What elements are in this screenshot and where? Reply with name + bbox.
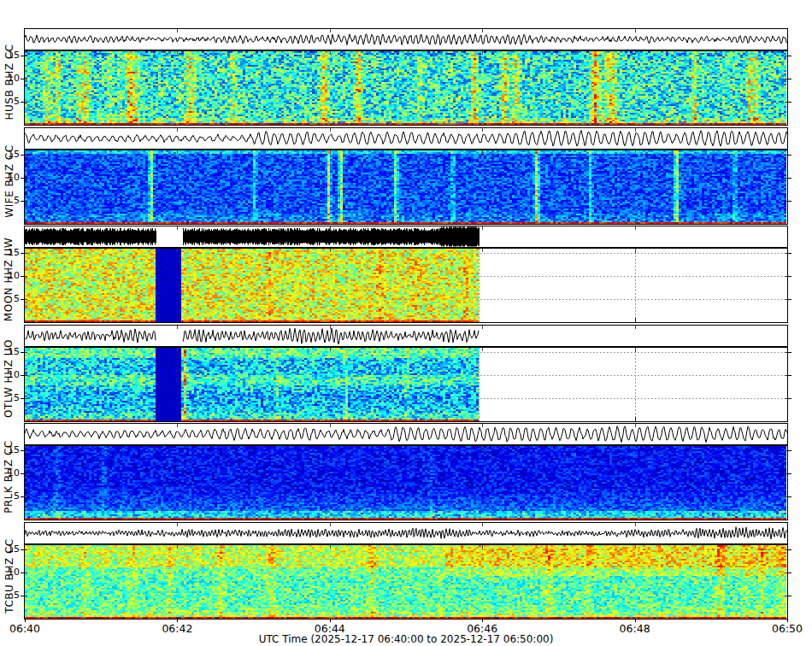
waveform-strip — [24, 423, 788, 445]
freq-tick-mark — [21, 79, 24, 79]
spectrogram-box — [24, 544, 788, 620]
freq-tick-label: 10 — [1, 172, 20, 183]
waveform-strip — [24, 226, 788, 248]
time-tick-label: 06:42 — [162, 622, 192, 635]
spectrogram-canvas — [25, 446, 787, 520]
spectrogram-box — [24, 248, 788, 323]
freq-tick-mark-right — [788, 79, 791, 79]
time-tick-label: 06:40 — [9, 622, 40, 635]
freq-tick-mark — [21, 56, 24, 56]
x-axis-title: UTC Time (2025-12-17 06:40:00 to 2025-12… — [259, 633, 554, 645]
freq-tick-mark — [21, 573, 24, 573]
freq-tick-mark — [21, 253, 24, 254]
freq-tick-label: 10 — [1, 73, 20, 84]
freq-tick-mark — [21, 178, 24, 179]
freq-tick-mark-right — [788, 56, 791, 56]
freq-tick-label: 15 — [1, 247, 20, 258]
freq-tick-label: 5 — [1, 96, 20, 107]
freq-tick-mark-right — [788, 473, 791, 474]
freq-tick-mark — [21, 450, 24, 451]
freq-tick-mark — [21, 155, 24, 156]
waveform-strip — [24, 522, 788, 544]
freq-tick-mark-right — [788, 155, 791, 156]
waveform-canvas — [25, 326, 787, 346]
freq-tick-mark — [21, 299, 24, 300]
freq-tick-label: 10 — [1, 467, 20, 479]
freq-tick-mark-right — [788, 375, 791, 376]
freq-tick-mark — [21, 276, 24, 277]
spectrogram-canvas — [25, 348, 787, 421]
waveform-canvas — [25, 424, 787, 444]
waveform-strip — [24, 325, 788, 347]
spectrogram-box — [24, 150, 788, 225]
freq-tick-label: 10 — [1, 369, 20, 380]
spectrogram-box — [24, 50, 788, 126]
freq-tick-label: 5 — [1, 195, 20, 206]
freq-tick-mark-right — [788, 496, 791, 497]
freq-tick-label: 5 — [1, 293, 20, 304]
spectrogram-canvas — [25, 545, 787, 619]
freq-tick-mark — [21, 375, 24, 376]
freq-tick-mark — [21, 596, 24, 596]
freq-tick-mark — [21, 398, 24, 399]
spectrogram-box — [24, 445, 788, 520]
waveform-canvas — [25, 523, 787, 543]
freq-tick-mark — [21, 352, 24, 353]
freq-tick-mark — [21, 549, 24, 550]
freq-tick-mark-right — [788, 450, 791, 451]
waveform-strip — [24, 28, 788, 50]
freq-tick-mark-right — [788, 398, 791, 399]
freq-tick-mark-right — [788, 178, 791, 179]
time-tick-label: 06:48 — [620, 622, 650, 635]
freq-tick-mark — [21, 496, 24, 497]
sgram-figure: HUSB BHZ CC15105WIFE BHZ CC15105MOON HHZ… — [0, 0, 812, 646]
freq-tick-label: 15 — [1, 50, 20, 61]
freq-tick-label: 10 — [1, 270, 20, 281]
freq-tick-mark-right — [788, 352, 791, 353]
spectrogram-canvas — [25, 249, 787, 322]
freq-tick-label: 15 — [1, 444, 20, 455]
freq-tick-mark-right — [788, 102, 791, 103]
waveform-strip — [24, 127, 788, 150]
spectrogram-canvas — [25, 150, 787, 224]
freq-tick-mark-right — [788, 299, 791, 300]
freq-tick-label: 5 — [1, 590, 20, 601]
time-tick-label: 06:50 — [772, 622, 803, 635]
freq-tick-label: 5 — [1, 392, 20, 403]
spectrogram-canvas — [25, 51, 787, 125]
freq-tick-label: 5 — [1, 490, 20, 502]
freq-tick-label: 15 — [1, 346, 20, 357]
freq-tick-label: 15 — [1, 543, 20, 555]
freq-tick-mark-right — [788, 276, 791, 277]
freq-tick-mark-right — [788, 596, 791, 596]
freq-tick-mark-right — [788, 573, 791, 573]
freq-tick-mark-right — [788, 253, 791, 254]
freq-tick-mark — [21, 473, 24, 474]
freq-tick-mark — [21, 201, 24, 202]
spectrogram-box — [24, 347, 788, 422]
freq-tick-label: 10 — [1, 567, 20, 578]
freq-tick-mark — [21, 102, 24, 103]
freq-tick-mark-right — [788, 201, 791, 202]
freq-tick-label: 15 — [1, 149, 20, 160]
waveform-canvas — [25, 226, 787, 247]
waveform-canvas — [25, 29, 787, 50]
freq-tick-mark-right — [788, 549, 791, 550]
waveform-canvas — [25, 128, 787, 149]
